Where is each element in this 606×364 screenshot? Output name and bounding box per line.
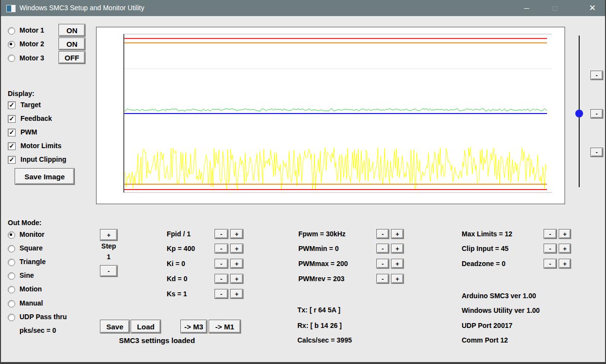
kd-plus-button[interactable]: + — [230, 274, 243, 284]
ks-minus-button[interactable]: - — [215, 289, 228, 299]
out-mode-monitor-radio[interactable] — [8, 231, 15, 239]
fpid-plus-button[interactable]: + — [230, 229, 243, 239]
pwmmin-label: PWMmin = 0 — [298, 244, 339, 253]
out-mode-sine-label: Sine — [20, 271, 34, 280]
max-limits-label: Max Limits = 12 — [462, 230, 512, 238]
comm-port-text: Comm Port 12 — [462, 336, 508, 345]
fpwm-minus-button[interactable]: - — [376, 229, 389, 239]
pwmmax-label: PWMmax = 200 — [298, 259, 348, 268]
udp-port-text: UDP Port 20017 — [462, 321, 512, 330]
max-limits-plus-button[interactable]: + — [559, 229, 571, 239]
slider-lower-minus-button[interactable]: - — [590, 148, 603, 157]
pwmmin-plus-button[interactable]: + — [391, 244, 404, 253]
app-window: Windows SMC3 Setup and Monitor Utility ─… — [0, 0, 606, 364]
out-mode-square-label: Square — [20, 244, 42, 252]
scope-traces — [97, 27, 565, 204]
target-slider-handle[interactable] — [575, 110, 583, 117]
clip-input-minus-button[interactable]: - — [544, 244, 557, 253]
save-settings-button[interactable]: Save — [100, 320, 130, 333]
pwm-checkbox[interactable]: ✓ — [8, 129, 16, 136]
kp-plus-button[interactable]: + — [230, 244, 243, 253]
maximize-button-icon[interactable]: □ — [544, 0, 566, 16]
motor2-radio[interactable] — [8, 41, 15, 48]
motor3-label: Motor 3 — [20, 54, 44, 62]
scope-chart — [96, 27, 565, 204]
pks-per-sec-label: pks/sec = 0 — [20, 326, 56, 335]
settings-status-text: SMC3 settings loaded — [119, 336, 195, 345]
slider-middle-minus-button[interactable]: - — [590, 109, 603, 118]
title-bar: Windows SMC3 Setup and Monitor Utility ─… — [0, 0, 606, 16]
out-mode-sine-radio[interactable] — [8, 272, 15, 280]
calcs-per-sec-readout: Calcs/sec = 3995 — [297, 336, 352, 345]
out-mode-manual-radio[interactable] — [8, 300, 15, 307]
pwmmax-plus-button[interactable]: + — [391, 259, 404, 268]
display-heading: Display: — [8, 89, 34, 98]
fpid-label: Fpid / 1 — [167, 230, 191, 238]
close-button-icon[interactable]: ✕ — [581, 0, 604, 16]
minimize-button-icon[interactable]: ─ — [515, 0, 538, 16]
pwmrev-plus-button[interactable]: + — [391, 274, 404, 284]
motor3-off-button[interactable]: OFF — [59, 51, 85, 64]
motor1-label: Motor 1 — [20, 26, 44, 35]
step-value: 1 — [98, 252, 119, 261]
out-mode-triangle-label: Triangle — [20, 257, 46, 266]
motor3-radio[interactable] — [8, 55, 15, 62]
kp-minus-button[interactable]: - — [215, 244, 228, 253]
copy-to-m1-button[interactable]: -> M1 — [209, 320, 241, 333]
motor-limits-checkbox[interactable]: ✓ — [8, 142, 16, 150]
pwmrev-minus-button[interactable]: - — [376, 274, 389, 284]
app-icon — [6, 5, 16, 12]
feedback-checkbox-label: Feedback — [20, 114, 52, 123]
out-mode-manual-label: Manual — [20, 299, 43, 307]
input-clipping-checkbox-label: Input Clipping — [20, 155, 66, 164]
motor-limits-checkbox-label: Motor Limits — [20, 141, 61, 150]
rx-readout: Rx: [ b 14 26 ] — [297, 321, 342, 330]
utility-version-text: Windows Utility ver 1.00 — [462, 306, 540, 315]
clip-input-label: Clip Input = 45 — [462, 244, 508, 253]
copy-to-m3-button[interactable]: -> M3 — [180, 320, 207, 333]
fpid-minus-button[interactable]: - — [215, 229, 228, 239]
input-clipping-checkbox[interactable]: ✓ — [8, 156, 16, 164]
motor1-radio[interactable] — [8, 27, 15, 35]
motor2-on-button[interactable]: ON — [59, 38, 85, 50]
ki-minus-button[interactable]: - — [215, 259, 228, 268]
out-mode-monitor-label: Monitor — [20, 230, 44, 239]
pwm-checkbox-label: PWM — [20, 128, 37, 136]
out-mode-square-radio[interactable] — [8, 245, 15, 252]
deadzone-plus-button[interactable]: + — [559, 259, 571, 268]
kd-minus-button[interactable]: - — [215, 274, 228, 284]
kp-label: Kp = 400 — [167, 244, 195, 253]
fpwm-plus-button[interactable]: + — [391, 229, 404, 239]
pwmmin-minus-button[interactable]: - — [376, 244, 389, 253]
ks-label: Ks = 1 — [167, 289, 187, 298]
trace-feedback — [124, 109, 547, 111]
target-checkbox-label: Target — [20, 100, 41, 109]
ki-plus-button[interactable]: + — [230, 259, 243, 268]
ks-plus-button[interactable]: + — [230, 289, 243, 299]
pwmmax-minus-button[interactable]: - — [376, 259, 389, 268]
clip-input-plus-button[interactable]: + — [559, 244, 571, 253]
out-mode-udp-label: UDP Pass thru — [20, 312, 67, 321]
out-mode-triangle-radio[interactable] — [8, 259, 15, 266]
motor1-on-button[interactable]: ON — [59, 24, 85, 37]
out-mode-motion-radio[interactable] — [8, 286, 15, 293]
out-mode-udp-radio[interactable] — [8, 314, 15, 321]
kd-label: Kd = 0 — [167, 274, 187, 283]
slider-upper-minus-button[interactable]: - — [590, 71, 603, 80]
deadzone-minus-button[interactable]: - — [544, 259, 557, 268]
save-image-button[interactable]: Save Image — [15, 168, 75, 185]
step-minus-button[interactable]: - — [100, 265, 117, 277]
feedback-checkbox[interactable]: ✓ — [8, 115, 16, 123]
step-plus-button[interactable]: + — [100, 229, 117, 241]
trace-pwm — [124, 147, 547, 190]
fpwm-label: Fpwm = 30kHz — [298, 230, 346, 238]
max-limits-minus-button[interactable]: - — [544, 229, 557, 239]
step-heading: Step — [98, 242, 119, 250]
load-settings-button[interactable]: Load — [131, 320, 161, 333]
motor2-label: Motor 2 — [20, 39, 44, 48]
ki-label: Ki = 0 — [167, 259, 185, 268]
arduino-version-text: Arduino SMC3 ver 1.00 — [462, 291, 536, 300]
out-mode-motion-label: Motion — [20, 285, 42, 293]
target-checkbox[interactable]: ✓ — [8, 101, 16, 109]
window-title: Windows SMC3 Setup and Monitor Utility — [20, 4, 144, 12]
